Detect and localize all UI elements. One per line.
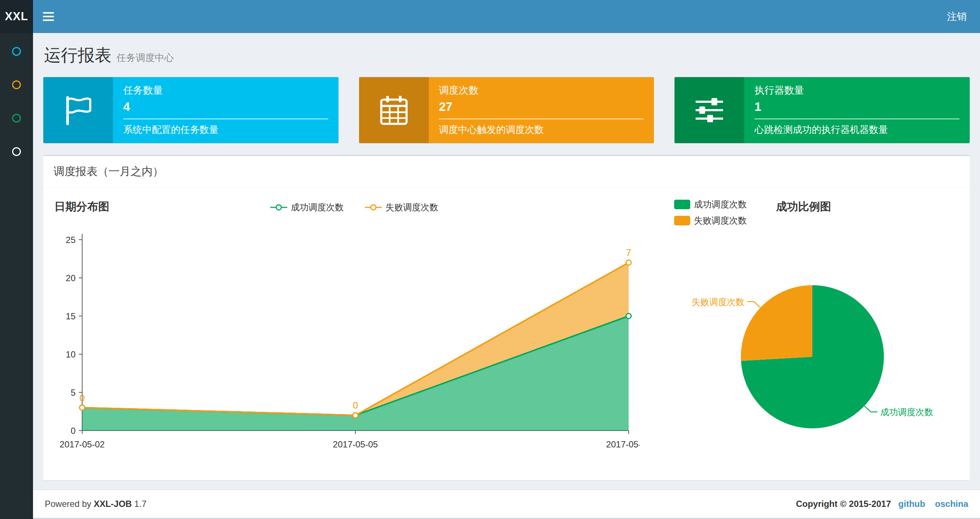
app-logo: XXL <box>0 0 33 33</box>
content-header: 运行报表任务调度中心 <box>43 33 970 77</box>
svg-text:2017-05-08: 2017-05-08 <box>606 439 640 449</box>
info-box-value: 4 <box>123 100 328 114</box>
legend-item-success[interactable]: 成功调度次数 <box>270 201 344 213</box>
product-version: 1.7 <box>134 499 146 509</box>
sliders-icon <box>675 77 744 143</box>
line-chart-legend: 成功调度次数 失败调度次数 <box>270 201 438 213</box>
legend-label: 失败调度次数 <box>385 201 438 213</box>
legend-item-fail[interactable]: 失败调度次数 <box>365 201 438 213</box>
info-box-executors: 执行器数量 1 心跳检测成功的执行器机器数量 <box>675 77 970 143</box>
svg-text:10: 10 <box>66 350 76 359</box>
success-ratio-section: 成功调度次数 失败调度次数 成功比例图 成功调度次数失败调度次数 <box>656 197 960 456</box>
info-box-title: 任务数量 <box>123 84 328 97</box>
svg-text:成功调度次数: 成功调度次数 <box>880 407 933 417</box>
menu-circle-icon[interactable] <box>12 147 21 156</box>
flag-icon <box>43 77 113 143</box>
info-box-jobs: 任务数量 4 系统中配置的任务数量 <box>43 77 339 143</box>
date-distribution-chart: 05101520252017-05-022017-05-052017-05-08… <box>53 218 640 454</box>
main-area: 运行报表任务调度中心 任务数量 4 系统中配置的任务数量 <box>33 0 980 480</box>
svg-text:5: 5 <box>71 388 76 398</box>
menu-circle-icon[interactable] <box>12 114 21 123</box>
pie-chart-title: 成功比例图 <box>776 199 831 214</box>
page-subtitle: 任务调度中心 <box>117 52 174 63</box>
powered-by: Powered by XXL-JOB 1.7 <box>45 499 146 509</box>
product-name: XXL-JOB <box>94 499 132 509</box>
legend-label: 成功调度次数 <box>291 201 344 213</box>
info-box-value: 1 <box>754 100 959 114</box>
info-box-desc: 调度中心触发的调度次数 <box>439 123 644 136</box>
legend-label: 成功调度次数 <box>694 198 747 210</box>
sidebar <box>0 33 33 519</box>
sidebar-toggle-button[interactable] <box>33 0 64 33</box>
sidebar-menu <box>0 33 33 156</box>
legend-swatch <box>674 216 690 225</box>
footer: Powered by XXL-JOB 1.7 Copyright © 2015-… <box>33 490 980 518</box>
hamburger-icon <box>43 12 54 21</box>
line-chart-title: 日期分布图 <box>54 199 109 214</box>
info-box-title: 执行器数量 <box>754 84 959 97</box>
line-legend-marker-icon <box>270 203 287 212</box>
legend-item-success[interactable]: 成功调度次数 <box>674 198 747 210</box>
svg-text:0: 0 <box>80 392 85 403</box>
calendar-icon <box>359 77 429 143</box>
svg-text:0: 0 <box>353 400 358 411</box>
date-distribution-section: 日期分布图 成功调度次数 <box>53 197 656 456</box>
info-box-title: 调度次数 <box>439 84 644 97</box>
svg-text:2017-05-05: 2017-05-05 <box>333 439 378 449</box>
success-ratio-chart: 成功调度次数失败调度次数 <box>670 227 960 439</box>
github-link[interactable]: github <box>898 499 925 509</box>
line-legend-marker-icon <box>365 203 382 212</box>
info-box-triggers: 调度次数 27 调度中心触发的调度次数 <box>359 77 654 143</box>
svg-text:7: 7 <box>626 247 631 258</box>
svg-text:2017-05-02: 2017-05-02 <box>60 439 105 449</box>
legend-label: 失败调度次数 <box>694 215 747 227</box>
info-box-desc: 心跳检测成功的执行器机器数量 <box>754 123 959 136</box>
panel-title: 调度报表（一月之内） <box>43 156 970 188</box>
report-panel: 调度报表（一月之内） 日期分布图 成功调度次数 <box>43 155 970 480</box>
legend-swatch <box>674 200 690 209</box>
svg-text:0: 0 <box>71 426 76 436</box>
divider <box>754 118 959 119</box>
info-box-desc: 系统中配置的任务数量 <box>123 123 328 136</box>
pie-chart-legend: 成功调度次数 失败调度次数 <box>670 198 747 227</box>
divider <box>439 118 644 119</box>
svg-text:失败调度次数: 失败调度次数 <box>692 297 745 307</box>
page-title: 运行报表任务调度中心 <box>44 44 969 67</box>
summary-boxes: 任务数量 4 系统中配置的任务数量 <box>43 77 970 143</box>
svg-text:25: 25 <box>66 235 76 245</box>
oschina-link[interactable]: oschina <box>935 499 968 509</box>
copyright-text: Copyright © 2015-2017 <box>796 499 891 509</box>
menu-circle-icon[interactable] <box>12 80 21 89</box>
top-navbar: XXL 注销 <box>0 0 980 33</box>
svg-text:20: 20 <box>66 273 76 283</box>
legend-item-fail[interactable]: 失败调度次数 <box>674 215 747 227</box>
menu-circle-icon[interactable] <box>12 47 21 56</box>
logout-link[interactable]: 注销 <box>934 0 980 33</box>
divider <box>123 118 328 119</box>
svg-text:15: 15 <box>66 311 76 321</box>
info-box-value: 27 <box>439 100 644 114</box>
